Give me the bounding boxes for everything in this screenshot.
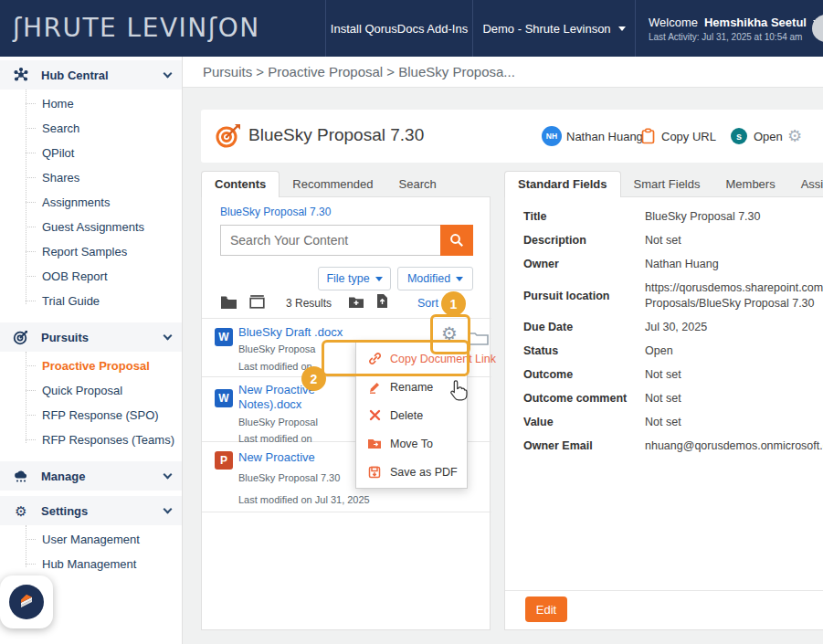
field-label: Pursuit location xyxy=(523,289,645,304)
field-row: Owner Email nhuang@qorusdemos.onmicrosof… xyxy=(523,438,823,454)
annotation-step-1: 1 xyxy=(441,291,466,316)
tab-members[interactable]: Members xyxy=(713,172,788,197)
new-folder-icon[interactable] xyxy=(348,295,364,312)
open-location-folder-icon[interactable] xyxy=(468,331,489,349)
menu-item-copy-document-link[interactable]: Copy Document Link xyxy=(356,344,467,373)
sidebar-item-rfp-response-spo[interactable]: RFP Response (SPO) xyxy=(0,403,182,428)
sidebar-section-pursuits[interactable]: Pursuits xyxy=(0,322,182,352)
welcome-label: Welcome xyxy=(649,16,698,29)
flat-view-icon[interactable] xyxy=(249,295,265,312)
field-value: Not set xyxy=(645,391,681,406)
sidebar-section-settings[interactable]: ⚙ Settings xyxy=(0,496,182,525)
app-screen: ʃHRUTE LEVINʃON Install QorusDocs Add-In… xyxy=(0,0,823,644)
sidebar-item-assignments[interactable]: Assignments xyxy=(0,190,182,215)
sidebar-item-user-management[interactable]: User Management xyxy=(0,527,182,552)
field-value: Proposals/BlueSky Proposal 7.30 xyxy=(645,296,823,311)
file-name-link[interactable]: Notes).docx xyxy=(238,397,301,412)
word-file-icon: W xyxy=(215,328,233,346)
tab-assignments[interactable]: Assignments xyxy=(788,172,823,197)
tab-recommended[interactable]: Recommended xyxy=(280,172,385,197)
file-location: BlueSky Proposal xyxy=(238,417,318,428)
pursuit-settings-gear-icon[interactable]: ⚙ xyxy=(787,126,802,146)
field-label: Title xyxy=(523,209,645,225)
sidebar-item-qpilot[interactable]: QPilot xyxy=(0,141,182,165)
tab-standard-fields[interactable]: Standard Fields xyxy=(504,171,621,197)
chevron-down-icon xyxy=(375,277,383,281)
file-location: BlueSky Proposa xyxy=(238,343,315,354)
edit-button[interactable]: Edit xyxy=(525,596,567,622)
field-row: Pursuit location https://qorusdemos.shar… xyxy=(523,280,823,311)
menu-item-rename[interactable]: Rename xyxy=(356,373,467,401)
tenant-menu[interactable]: Demo - Shrute Levinson xyxy=(472,0,635,57)
save-pdf-icon xyxy=(367,466,382,479)
field-label: Owner Email xyxy=(523,438,645,454)
annotation-backdrop xyxy=(322,343,357,375)
move-folder-icon xyxy=(367,438,382,449)
file-modified: Last modified on xyxy=(238,361,312,372)
sidebar-item-report-samples[interactable]: Report Samples xyxy=(0,239,182,264)
menu-item-save-as-pdf[interactable]: Save as PDF xyxy=(356,458,467,486)
file-name-link[interactable]: New Proactive xyxy=(238,450,315,465)
sidebar-item-home[interactable]: Home xyxy=(0,91,182,116)
word-file-icon: W xyxy=(215,389,233,407)
chevron-down-icon xyxy=(164,332,173,341)
field-label: Status xyxy=(523,343,645,359)
field-row: Due Date Jul 30, 2025 xyxy=(523,320,823,335)
tab-smart-fields[interactable]: Smart Fields xyxy=(621,172,713,197)
content-tabs: Contents Recommended Search xyxy=(201,171,449,197)
menu-item-move-to[interactable]: Move To xyxy=(356,429,467,458)
field-row: Outcome Not set xyxy=(523,367,823,383)
root-folder-link[interactable]: BlueSky Proposal 7.30 xyxy=(220,206,331,218)
hub-central-items: Home Search QPilot Shares Assignments Gu… xyxy=(0,90,182,317)
owner-avatar[interactable]: NH xyxy=(542,126,562,146)
file-type-dropdown[interactable]: File type xyxy=(318,267,391,290)
sidebar-item-guest-assignments[interactable]: Guest Assignments xyxy=(0,215,182,239)
sidebar-item-rfp-responses-teams[interactable]: RFP Responses (Teams) xyxy=(0,428,182,452)
field-value: Open xyxy=(645,343,673,359)
search-button[interactable] xyxy=(440,225,473,256)
help-launcher-button[interactable] xyxy=(0,575,53,628)
standard-fields-panel: Title BlueSky Proposal 7.30 Description … xyxy=(504,196,823,630)
sidebar-section-manage[interactable]: Manage xyxy=(0,461,182,491)
sidebar-item-shares[interactable]: Shares xyxy=(0,165,182,190)
settings-items: User Management Hub Management xyxy=(0,525,182,580)
tab-search[interactable]: Search xyxy=(386,172,449,197)
file-context-menu: Copy Document Link Rename Delete Move To… xyxy=(355,342,468,489)
user-name: Hemshikha Seetul xyxy=(704,16,807,29)
folder-view-icon[interactable] xyxy=(220,295,237,313)
sort-button[interactable]: Sort xyxy=(417,297,438,310)
user-menu[interactable]: Welcome Hemshikha Seetul Last Activity: … xyxy=(635,0,823,57)
file-actions-gear-icon[interactable]: ⚙ xyxy=(441,324,458,343)
field-row: Title BlueSky Proposal 7.30 xyxy=(523,209,823,225)
content-search xyxy=(220,225,473,256)
sidebar-item-hub-management[interactable]: Hub Management xyxy=(0,552,182,576)
open-sharepoint-button[interactable]: s Open xyxy=(731,128,783,144)
copy-url-button[interactable]: Copy URL xyxy=(641,128,716,144)
sidebar-item-trial-guide[interactable]: Trial Guide xyxy=(0,289,182,313)
sidebar-item-proactive-proposal[interactable]: Proactive Proposal xyxy=(0,354,182,378)
sidebar-section-hub-central[interactable]: Hub Central xyxy=(0,60,182,90)
modified-dropdown[interactable]: Modified xyxy=(397,267,473,290)
sidebar-item-oob-report[interactable]: OOB Report xyxy=(0,264,182,289)
search-input[interactable] xyxy=(220,225,440,256)
breadcrumb[interactable]: Pursuits > Proactive Proposal > BlueSky … xyxy=(203,64,515,79)
pursuit-target-icon xyxy=(216,123,241,153)
install-addins-menu[interactable]: Install QorusDocs Add-Ins xyxy=(325,0,472,57)
sidebar-item-quick-proposal[interactable]: Quick Proposal xyxy=(0,378,182,403)
field-label: Due Date xyxy=(523,320,645,335)
sharepoint-icon: s xyxy=(731,128,747,144)
sidebar: Hub Central Home Search QPilot Shares As… xyxy=(0,57,183,644)
sidebar-item-search[interactable]: Search xyxy=(0,116,182,141)
menu-item-label: Move To xyxy=(390,438,433,450)
x-icon xyxy=(367,409,382,421)
file-name-link[interactable]: BlueSky Draft .docx xyxy=(238,325,343,340)
menu-item-delete[interactable]: Delete xyxy=(356,401,467,429)
book-icon xyxy=(9,585,44,619)
field-row: Outcome comment Not set xyxy=(523,391,823,406)
page-title: BlueSky Proposal 7.30 xyxy=(248,125,424,145)
upload-file-icon[interactable] xyxy=(375,293,389,312)
sidebar-section-label: Manage xyxy=(41,470,164,483)
field-label: Value xyxy=(523,415,645,430)
field-value: https://qorusdemos.sharepoint.com/shn xyxy=(645,280,823,296)
tab-contents[interactable]: Contents xyxy=(201,171,280,197)
